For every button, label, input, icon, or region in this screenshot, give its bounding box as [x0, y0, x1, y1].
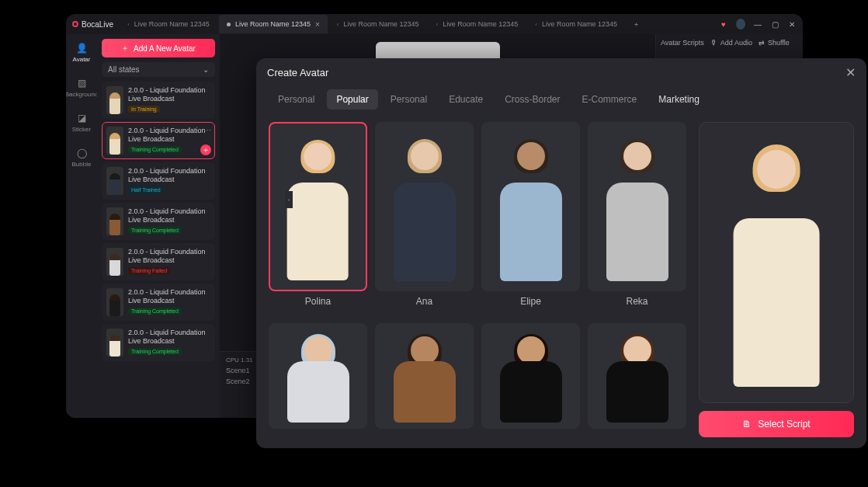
add-audio-button[interactable]: 🎙Add Audio — [710, 39, 752, 47]
nav-label: Background — [66, 91, 98, 98]
avatar-thumb — [106, 248, 123, 276]
chevron-down-icon: ⌄ — [203, 65, 209, 74]
shuffle-button[interactable]: ⇄Shuffle — [759, 39, 790, 47]
app-title: BocaLive — [72, 20, 113, 29]
avatar-figure — [599, 332, 676, 428]
avatar-card[interactable] — [269, 323, 367, 437]
state-filter[interactable]: All states ⌄ — [102, 62, 215, 77]
add-avatar-button[interactable]: ＋ Add A New Avatar — [102, 39, 215, 57]
mic-icon: 🎙 — [710, 39, 717, 47]
avatar-list-item[interactable]: 2.0.0 - Liquid Foundation Live Broadcast… — [102, 284, 215, 321]
avatar-card[interactable] — [588, 323, 686, 437]
category-tab-ecommerce[interactable]: E-Commerce — [573, 89, 647, 110]
tab-room-5[interactable]: ‹Live Room Name 12345 — [527, 15, 625, 33]
avatar-list-item[interactable]: 2.0.0 - Liquid Foundation Live Broadcast… — [102, 324, 215, 361]
avatar-list: 2.0.0 - Liquid Foundation Live Broadcast… — [102, 82, 215, 361]
close-icon[interactable]: ✕ — [845, 65, 856, 80]
avatar-title: 2.0.0 - Liquid Foundation Live Broadcast — [128, 167, 210, 184]
modal-tabs: PersonalPopularPersonalEducateCross-Bord… — [256, 89, 866, 110]
user-avatar-icon[interactable] — [736, 19, 745, 30]
tab-label: Live Room Name 12345 — [542, 20, 617, 28]
create-avatar-modal: Create Avatar ✕ PersonalPopularPersonalE… — [256, 58, 866, 448]
avatar-list-item[interactable]: 2.0.0 - Liquid Foundation Live Broadcast… — [102, 243, 215, 280]
category-tab-popular[interactable]: Popular — [327, 89, 377, 110]
chevron-icon: ‹ — [337, 21, 339, 28]
close-icon[interactable]: × — [315, 20, 320, 29]
avatar-list-item[interactable]: 2.0.0 - Liquid Foundation Live Broadcast… — [102, 122, 215, 159]
avatar-thumb — [106, 167, 123, 195]
avatar-thumb — [106, 329, 123, 357]
shuffle-icon: ⇄ — [759, 39, 765, 47]
avatar-list-item[interactable]: 2.0.0 - Liquid Foundation Live Broadcast… — [102, 203, 215, 240]
heart-icon[interactable]: ♥ — [719, 20, 728, 29]
maximize-icon[interactable]: ▢ — [770, 20, 779, 29]
nav-bubble[interactable]: ◯ Bubble — [66, 144, 97, 171]
add-circle-icon[interactable]: ＋ — [200, 144, 211, 155]
tab-label: Live Room Name 12345 — [343, 20, 418, 28]
avatar-thumb — [106, 86, 123, 114]
sticker-icon: ◪ — [75, 112, 88, 124]
avatar-scripts-label: Avatar Scripts — [661, 39, 704, 47]
avatar-figure — [599, 136, 676, 290]
minimize-icon[interactable]: — — [753, 20, 762, 29]
bubble-icon: ◯ — [75, 147, 88, 159]
nav-avatar[interactable]: 👤 Avatar — [66, 39, 97, 66]
tab-label: Live Room Name 12345 — [134, 20, 210, 28]
tab-room-2[interactable]: Live Room Name 12345× — [219, 15, 328, 33]
tab-room-1[interactable]: ‹Live Room Name 12345 — [120, 15, 217, 33]
avatar-grid: Polina Ana Elipe Reka — [269, 122, 686, 437]
chevron-icon: ‹ — [127, 21, 130, 28]
modal-side: 🗎 Select Script — [699, 122, 854, 437]
close-icon[interactable]: ✕ — [787, 20, 797, 29]
avatar-card[interactable]: Polina — [269, 122, 367, 315]
nav-label: Avatar — [73, 56, 91, 63]
new-tab-button[interactable]: ＋ — [627, 15, 646, 33]
avatar-figure — [386, 332, 464, 428]
more-icon[interactable]: ⋯ — [203, 126, 211, 134]
chevron-icon: ‹ — [535, 21, 537, 28]
user-icon: 👤 — [75, 42, 88, 54]
avatar-title: 2.0.0 - Liquid Foundation Live Broadcast — [128, 288, 210, 305]
avatar-title: 2.0.0 - Liquid Foundation Live Broadcast — [128, 207, 210, 224]
window-controls: ♥ — ▢ ✕ — [719, 19, 797, 30]
avatar-list-pane: ＋ Add A New Avatar All states ⌄ 2.0.0 - … — [97, 34, 220, 418]
nav-label: Bubble — [72, 161, 92, 168]
avatar-card[interactable]: Ana — [375, 122, 474, 315]
avatar-name: Reka — [588, 296, 686, 307]
status-badge: Training Failed — [128, 267, 170, 274]
category-tab-educate[interactable]: Educate — [439, 89, 492, 110]
category-tab-personal[interactable]: Personal — [381, 89, 436, 110]
modal-body: Polina Ana Elipe Reka — [256, 114, 866, 448]
avatar-figure — [279, 137, 356, 290]
avatar-thumb — [106, 288, 123, 316]
grid-icon: ▨ — [75, 77, 88, 89]
select-script-button[interactable]: 🗎 Select Script — [699, 411, 854, 437]
tab-strip: ‹Live Room Name 12345 Live Room Name 123… — [120, 15, 713, 33]
avatar-name: Elipe — [481, 296, 580, 307]
category-tab-crossborder[interactable]: Cross-Border — [495, 89, 569, 110]
avatar-thumb — [106, 207, 123, 235]
status-badge: In Training — [128, 106, 160, 113]
category-tab-personal[interactable]: Personal — [269, 89, 324, 110]
avatar-figure — [492, 332, 570, 428]
tab-room-4[interactable]: ‹Live Room Name 12345 — [429, 15, 526, 33]
tab-room-3[interactable]: ‹Live Room Name 12345 — [329, 15, 427, 33]
avatar-card[interactable]: Elipe — [481, 122, 580, 315]
preview-figure — [723, 140, 831, 402]
status-badge: Training Completed — [128, 308, 182, 315]
avatar-list-item[interactable]: 2.0.0 - Liquid Foundation Live Broadcast… — [102, 162, 215, 200]
avatar-title: 2.0.0 - Liquid Foundation Live Broadcast — [128, 127, 210, 144]
add-avatar-label: Add A New Avatar — [134, 44, 196, 53]
select-script-label: Select Script — [758, 419, 810, 430]
app-name: BocaLive — [82, 20, 113, 29]
avatar-card[interactable] — [375, 323, 474, 437]
nav-sticker[interactable]: ◪ Sticker — [66, 109, 97, 136]
avatar-card[interactable] — [481, 323, 580, 437]
status-badge: Half Trained — [128, 186, 164, 193]
avatar-list-item[interactable]: 2.0.0 - Liquid Foundation Live Broadcast… — [102, 82, 215, 119]
avatar-card[interactable]: Reka — [588, 122, 686, 315]
collapse-handle[interactable]: ‹ — [285, 191, 293, 208]
nav-background[interactable]: ▨ Background — [66, 74, 97, 101]
category-tab-marketing[interactable]: Marketing — [649, 89, 709, 110]
chevron-icon: ‹ — [436, 21, 439, 28]
